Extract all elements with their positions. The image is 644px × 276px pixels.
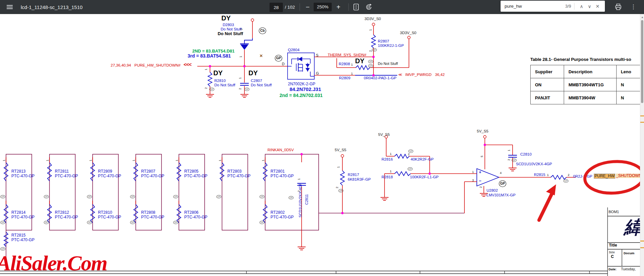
schematic-label: ≪ (398, 73, 402, 77)
schematic-label: RT2814 (11, 210, 25, 215)
schematic-label: GP (0, 247, 5, 251)
table-row: ON MMBT3904WT1G N (531, 78, 644, 91)
schematic-label: PTC-470-GP (98, 215, 121, 219)
rotate-icon[interactable] (365, 3, 372, 11)
schematic-label: DY (248, 70, 258, 77)
schematic-label: GP (372, 48, 377, 52)
schematic-label: 5V_S5 (335, 148, 346, 152)
zoom-in-button[interactable]: + (334, 1, 343, 13)
page-number-input[interactable] (270, 3, 283, 12)
schematic-canvas (0, 0, 644, 276)
schematic-label: 3D3V_S0 (400, 31, 416, 35)
schematic-label: Do Not Stuff (214, 83, 235, 87)
schematic-label: 1 (239, 56, 242, 58)
find-next-icon[interactable]: ∨ (585, 4, 594, 9)
schematic-label: GP (87, 221, 92, 224)
zoom-out-button[interactable]: − (303, 1, 312, 13)
document-title: lcd-1_11248-sc_1213_1510 (21, 4, 83, 10)
schematic-label: PTC-470-GP (11, 174, 34, 178)
schematic-label: RT2803 (227, 169, 241, 174)
find-input[interactable] (504, 3, 549, 9)
mosfet-q2804 (288, 53, 314, 79)
schematic-label: Do Not Stuff (251, 83, 272, 87)
fit-page-icon[interactable] (352, 3, 360, 11)
schematic-label: RINKAN_0D5V (267, 148, 294, 152)
schematic-label: U2802 (487, 188, 498, 192)
find-tickmark (640, 115, 644, 116)
find-previous-icon[interactable]: ∧ (577, 4, 585, 9)
schematic-label: 1 (337, 166, 340, 168)
more-options-icon[interactable]: ⋮ (629, 1, 638, 13)
schematic-label: PURE_HW_SHUTDOWN# (134, 63, 181, 67)
schematic-label: Docum (624, 252, 634, 255)
schematic-label: RT2807 (141, 169, 155, 174)
schematic-label: 1 (472, 171, 474, 174)
schematic-label: 5 (480, 156, 484, 157)
find-divider (574, 3, 574, 10)
schematic-label: D2803 (223, 23, 234, 27)
find-tickmark (640, 122, 644, 123)
schematic-label: GP (209, 88, 214, 91)
schematic-label: 2 (205, 87, 208, 89)
table-cell: PANJIT (531, 91, 564, 104)
schematic-label: 1 (176, 160, 179, 161)
schematic-label: 5V_S5 (477, 129, 489, 133)
schematic-label: GP (289, 196, 294, 199)
schematic-label: RT2802 (271, 210, 285, 215)
schematic-label: GP (408, 167, 413, 171)
find-close-icon[interactable]: ✕ (594, 4, 602, 9)
schematic-label: C2807 (251, 79, 262, 83)
schematic-label: GP (173, 221, 178, 224)
schematic-label: RT2808 (141, 210, 155, 215)
schematic-label: 2 (479, 186, 482, 188)
scrollbar-up-icon[interactable]: ▲ (641, 16, 644, 19)
schematic-label: 2 (336, 187, 339, 188)
table-header-description: Description (564, 65, 616, 78)
schematic-label: RT2801 (271, 169, 285, 174)
schematic-label: 84.2N702.J31 (290, 87, 321, 92)
vertical-scrollbar[interactable]: ▲ (640, 14, 644, 276)
schematic-label: 27,36,40,94 (111, 63, 131, 67)
transistor-table: Supplier Description Leno ON MMBT3904WT1… (530, 65, 644, 104)
schematic-label: GP (0, 221, 5, 224)
schematic-label: 6K81R3F-GP (348, 177, 371, 181)
schematic-label: 1 (239, 77, 242, 79)
schematic-label: GP (275, 55, 282, 62)
schematic-label: 3 (240, 28, 243, 30)
schematic-label: Cb (259, 27, 266, 34)
schematic-label: PTC-470-GP (184, 215, 207, 219)
find-result-count: 3/9 (565, 4, 571, 9)
schematic-label: R2807 (378, 39, 389, 43)
schematic-label: THERM_SYS_SHDN# (328, 53, 366, 57)
schematic-label: GP (259, 195, 264, 198)
schematic-label: PTC-470-GP (141, 215, 164, 219)
scrollbar-thumb[interactable] (641, 20, 643, 103)
schematic-label: PTC-470-GP (11, 238, 34, 242)
schematic-label: D (282, 62, 285, 66)
schematic-label: GP (368, 60, 373, 63)
schematic-label: 2 (239, 88, 242, 90)
schematic-label: RT2815 (11, 233, 25, 238)
schematic-label: LMV331M7X-GP (487, 193, 516, 197)
wistron-logo: 緯 (624, 218, 642, 237)
schematic-label: GP (0, 195, 5, 198)
table-cell: MMBT3904WT1G (564, 78, 616, 91)
schematic-label: C (611, 255, 614, 259)
schematic-label: RT2805 (184, 169, 198, 174)
schematic-label: R2816 (382, 157, 393, 161)
menu-icon[interactable] (5, 3, 14, 11)
schematic-label: RT2812 (55, 210, 69, 215)
schematic-label: PTC-470-GP (11, 215, 34, 219)
schematic-label: 2 (408, 153, 410, 156)
print-icon[interactable] (615, 3, 622, 11)
schematic-label: 1 (298, 178, 301, 180)
schematic-label: 1 (262, 160, 265, 161)
page-total: / 102 (285, 5, 295, 10)
schematic-label: Date: (609, 268, 617, 271)
schematic-label: R2810 (214, 79, 226, 83)
schematic-label: 1 (132, 160, 135, 161)
schematic-label: BOM1 (609, 210, 619, 214)
schematic-label: R2817 (348, 173, 359, 177)
schematic-label: RT2809 (98, 169, 112, 174)
schematic-label: S (316, 54, 318, 58)
